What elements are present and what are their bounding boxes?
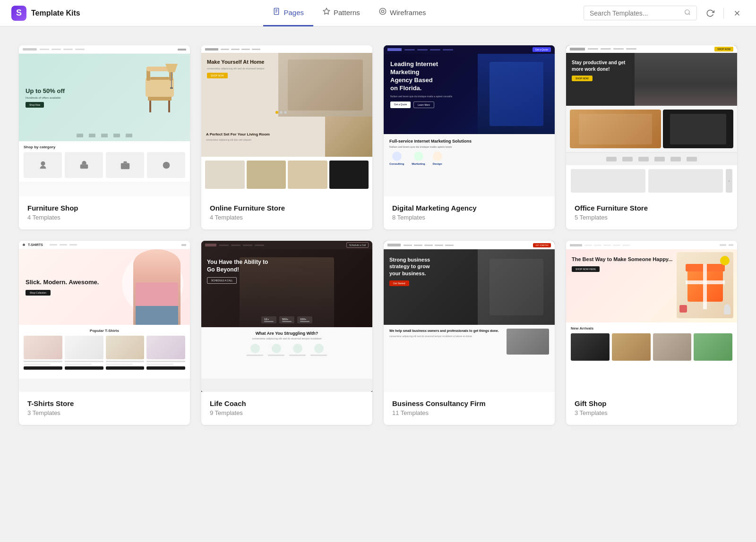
kit-card-tshirts[interactable]: T-SHIRTS Sl [19,241,190,425]
search-box[interactable] [584,6,697,20]
kits-grid: Up to 50% off Hundreds of offers availab… [0,26,756,444]
kit-info: Life Coach 9 Templates [201,392,372,425]
svg-rect-24 [120,163,129,169]
kit-thumbnail: T-SHIRTS Sl [19,241,190,392]
tab-pages[interactable]: Pages [263,0,313,26]
kit-card-giftshop[interactable]: The Best Way to Make Someone Happy... SH… [566,241,737,425]
kit-name: T-Shirts Store [27,399,181,407]
logo-area: S Template Kits [11,6,115,21]
kit-thumbnail: Up to 50% off Hundreds of offers availab… [19,45,190,196]
wireframes-icon [379,8,387,17]
kit-card-digital-marketing[interactable]: Get a Quote Leading Internet Marketing A… [384,45,555,229]
patterns-icon [323,8,330,17]
kit-name: Business Consultancy Firm [392,399,546,407]
kit-info: Business Consultancy Firm 11 Templates [384,392,555,425]
search-input[interactable] [590,9,680,17]
kit-card-office-furniture[interactable]: SHOP NOW Stay productive and get more wo… [566,45,737,229]
kit-count: 8 Templates [392,214,546,221]
kit-info: Office Furniture Store 5 Templates [566,196,737,229]
svg-point-22 [41,161,45,165]
refresh-button[interactable] [703,6,718,21]
kit-name: Office Furniture Store [575,204,729,212]
tab-patterns[interactable]: Patterns [313,0,369,26]
kit-info: Furniture Shop 4 Templates [19,196,190,229]
kit-count: 4 Templates [27,214,181,221]
kit-name: Furniture Shop [27,204,181,212]
kit-card-online-furniture[interactable]: Make Yourself At Home consectetur adipis… [201,45,372,229]
kit-name: Gift Shop [575,399,729,407]
kit-info: T-Shirts Store 3 Templates [19,392,190,425]
header-right [584,6,745,21]
svg-rect-14 [168,101,170,112]
kit-thumbnail: SHOP NOW Stay productive and get more wo… [566,45,737,196]
app-logo-icon: S [11,6,26,21]
tab-wireframes[interactable]: Wireframes [369,0,436,26]
kit-count: 3 Templates [27,409,181,416]
kit-card-business[interactable]: GET STARTED Strong business strategy to … [384,241,555,425]
svg-rect-12 [148,97,172,101]
svg-point-7 [685,10,689,14]
kit-thumbnail: Get a Quote Leading Internet Marketing A… [384,45,555,196]
kit-card-lifecoach[interactable]: Schedule a Call You Have the Ability to … [201,241,372,425]
close-button[interactable] [730,6,745,21]
kit-count: 11 Templates [392,409,546,416]
kit-count: 9 Templates [210,409,364,416]
kit-info: Digital Marketing Agency 8 Templates [384,196,555,229]
search-icon[interactable] [684,9,691,17]
header-divider [723,8,724,19]
nav-tabs: Pages Patterns Wireframes [115,0,584,26]
kit-info: Gift Shop 3 Templates [566,392,737,425]
svg-rect-21 [170,87,173,89]
kit-count: 3 Templates [575,409,729,416]
kit-thumbnail: Make Yourself At Home consectetur adipis… [201,45,372,196]
pages-icon [273,8,280,17]
kit-thumbnail: The Best Way to Make Someone Happy... SH… [566,241,737,392]
kit-info: Online Furniture Store 4 Templates [201,196,372,229]
kit-card-furniture-shop[interactable]: Up to 50% off Hundreds of offers availab… [19,45,190,229]
svg-marker-4 [323,8,329,14]
svg-rect-11 [146,78,174,97]
svg-rect-13 [149,101,151,112]
header: S Template Kits Pages Patterns [0,0,756,26]
svg-rect-23 [80,164,88,169]
svg-line-8 [689,14,690,15]
kit-count: 4 Templates [210,214,364,221]
kit-name: Online Furniture Store [210,204,364,212]
kit-thumbnail: Schedule a Call You Have the Ability to … [201,241,372,392]
svg-point-6 [381,10,384,12]
kit-count: 5 Templates [575,214,729,221]
app-title: Template Kits [31,9,80,17]
svg-rect-15 [150,77,169,80]
kit-name: Digital Marketing Agency [392,204,546,212]
svg-point-5 [379,8,386,14]
kit-name: Life Coach [210,399,364,407]
kit-thumbnail: GET STARTED Strong business strategy to … [384,241,555,392]
